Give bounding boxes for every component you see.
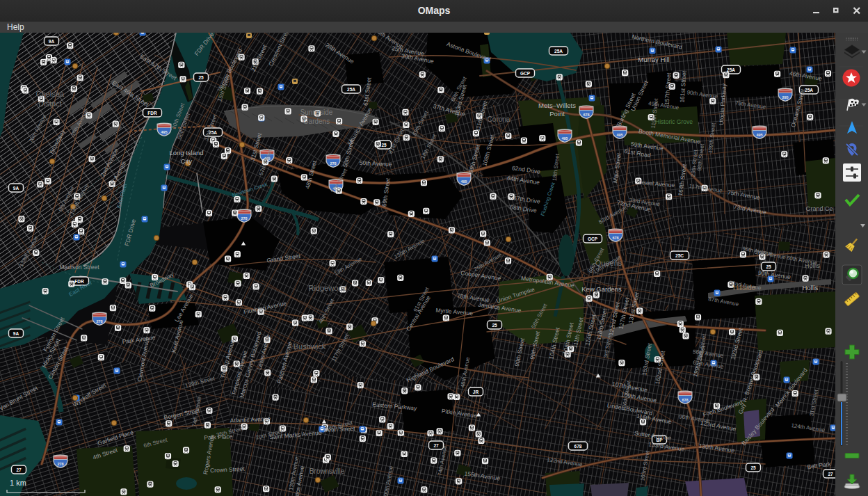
svg-text:Sunnyside: Sunnyside xyxy=(300,109,333,116)
svg-text:25A: 25A xyxy=(347,87,355,92)
svg-text:Brownsville: Brownsville xyxy=(310,467,345,475)
svg-text:27: 27 xyxy=(16,467,22,472)
svg-text:Bushwick: Bushwick xyxy=(294,342,326,351)
svg-text:FDR: FDR xyxy=(147,111,157,115)
svg-text:278: 278 xyxy=(241,216,247,221)
svg-text:678: 678 xyxy=(612,236,618,240)
svg-text:27: 27 xyxy=(828,472,833,477)
svg-text:9A: 9A xyxy=(13,331,19,336)
svg-text:678: 678 xyxy=(583,113,589,117)
svg-text:1 km: 1 km xyxy=(10,479,26,487)
svg-text:495: 495 xyxy=(756,133,762,137)
svg-text:Corona: Corona xyxy=(488,115,511,123)
svg-text:Madison Street: Madison Street xyxy=(59,264,99,271)
svg-text:495: 495 xyxy=(161,130,167,134)
svg-text:678: 678 xyxy=(574,444,582,449)
svg-text:495: 495 xyxy=(616,133,622,137)
svg-text:Point: Point xyxy=(549,110,565,118)
svg-text:Murray Hill: Murray Hill xyxy=(638,56,669,63)
svg-text:Historic Grove: Historic Grove xyxy=(655,118,693,125)
svg-text:Chelsea: Chelsea xyxy=(36,90,65,98)
svg-text:495: 495 xyxy=(561,136,568,141)
svg-text:25: 25 xyxy=(750,465,756,470)
svg-text:City: City xyxy=(181,157,193,165)
svg-text:Grand Ce: Grand Ce xyxy=(805,205,833,212)
svg-text:Mets–Willets: Mets–Willets xyxy=(538,102,576,109)
svg-text:District: District xyxy=(38,99,62,108)
svg-text:Long Island: Long Island xyxy=(169,149,203,157)
svg-text:JR: JR xyxy=(473,390,479,394)
svg-text:25: 25 xyxy=(766,264,771,269)
svg-text:278: 278 xyxy=(330,161,336,166)
svg-text:25C: 25C xyxy=(675,253,684,258)
svg-text:278: 278 xyxy=(57,462,63,466)
svg-text:27: 27 xyxy=(433,443,439,448)
svg-text:25A: 25A xyxy=(727,67,735,72)
svg-text:25: 25 xyxy=(381,143,387,147)
svg-text:25: 25 xyxy=(198,75,204,80)
svg-text:Hollis: Hollis xyxy=(802,284,818,291)
svg-text:495: 495 xyxy=(460,179,467,184)
svg-text:Gardens: Gardens xyxy=(303,118,330,125)
svg-text:GCP: GCP xyxy=(520,71,531,76)
svg-text:Kew Gardens: Kew Gardens xyxy=(581,285,622,293)
svg-text:295: 295 xyxy=(782,95,788,99)
svg-text:278: 278 xyxy=(96,319,102,323)
svg-text:Ridgewood: Ridgewood xyxy=(308,284,346,292)
svg-text:678: 678 xyxy=(682,398,688,402)
svg-text:9A: 9A xyxy=(13,186,19,191)
svg-text:GCP: GCP xyxy=(588,237,598,241)
svg-text:9A: 9A xyxy=(49,39,55,44)
svg-text:25: 25 xyxy=(492,323,497,328)
svg-text:25A: 25A xyxy=(554,49,563,54)
